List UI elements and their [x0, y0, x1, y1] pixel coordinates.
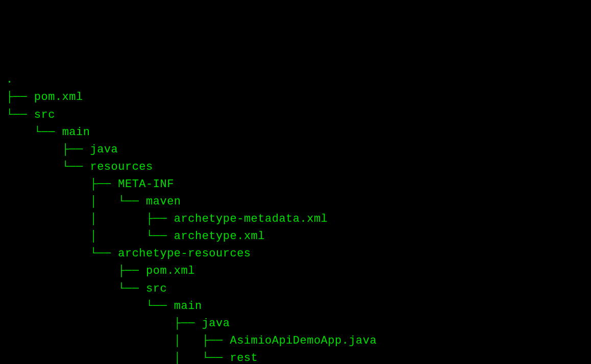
tree-node-name: AsimioApiDemoApp.java: [230, 334, 377, 347]
tree-item: │ └── maven: [6, 193, 585, 211]
tree-node-name: rest: [230, 352, 258, 364]
tree-item: │ └── archetype.xml: [6, 228, 585, 245]
tree-node-name: src: [146, 282, 167, 295]
tree-item: │ ├── archetype-metadata.xml: [6, 211, 585, 228]
tree-node-name: maven: [146, 195, 181, 208]
tree-item: └── src: [6, 107, 585, 124]
tree-item: │ └── rest: [6, 350, 585, 364]
tree-prefix: ├──: [6, 178, 118, 191]
tree-prefix: └──: [6, 109, 34, 121]
tree-item: │ ├── AsimioApiDemoApp.java: [6, 332, 585, 350]
tree-node-name: main: [174, 300, 202, 313]
tree-item: └── main: [6, 124, 585, 141]
tree-node-name: main: [62, 126, 90, 139]
tree-node-name: src: [34, 109, 55, 121]
tree-node-name: archetype.xml: [174, 230, 265, 243]
tree-item: ├── pom.xml: [6, 263, 585, 280]
tree-node-name: META-INF: [118, 178, 174, 191]
tree-item: ├── java: [6, 315, 585, 332]
tree-prefix: │ └──: [6, 195, 146, 208]
tree-prefix: │ ├──: [6, 213, 174, 225]
tree-prefix: ├──: [6, 91, 34, 103]
tree-prefix: ├──: [6, 317, 202, 330]
tree-prefix: │ └──: [6, 230, 174, 243]
tree-prefix: └──: [6, 161, 90, 173]
tree-root: .: [6, 71, 585, 89]
tree-prefix: └──: [6, 247, 118, 260]
tree-item: ├── pom.xml: [6, 89, 585, 106]
tree-prefix: └──: [6, 282, 146, 295]
tree-node-name: pom.xml: [34, 91, 83, 103]
tree-prefix: ├──: [6, 265, 146, 277]
tree-item: └── archetype-resources: [6, 245, 585, 263]
tree-item: ├── META-INF: [6, 176, 585, 193]
tree-node-name: archetype-resources: [118, 247, 251, 260]
tree-node-name: java: [202, 317, 230, 330]
tree-node-name: archetype-metadata.xml: [174, 213, 328, 225]
tree-node-name: java: [90, 143, 118, 156]
tree-prefix: ├──: [6, 143, 90, 156]
tree-item: └── resources: [6, 159, 585, 176]
tree-prefix: │ └──: [6, 352, 230, 364]
tree-item: ├── java: [6, 141, 585, 159]
tree-output: .├── pom.xml└── src └── main ├── java └─…: [6, 71, 585, 364]
tree-prefix: │ ├──: [6, 334, 230, 347]
tree-prefix: └──: [6, 300, 174, 313]
tree-prefix: └──: [6, 126, 62, 139]
tree-item: └── main: [6, 298, 585, 315]
tree-node-name: pom.xml: [146, 265, 195, 277]
tree-item: └── src: [6, 280, 585, 298]
tree-node-name: resources: [90, 161, 153, 173]
